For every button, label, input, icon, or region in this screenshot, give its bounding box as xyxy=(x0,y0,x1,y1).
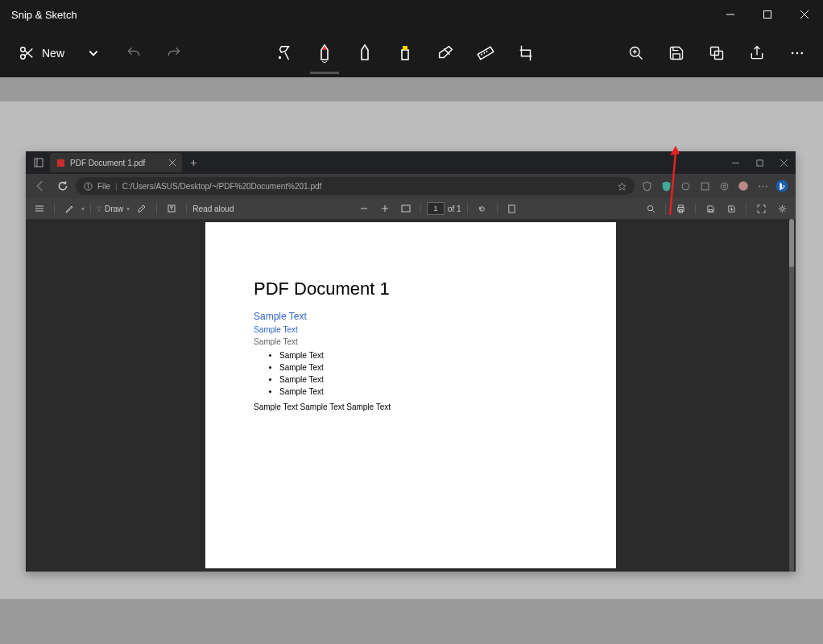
undo-button[interactable] xyxy=(116,35,151,71)
ballpoint-pen-button[interactable] xyxy=(307,35,342,71)
ext-collections-icon[interactable] xyxy=(696,177,713,195)
svg-rect-57 xyxy=(402,205,410,212)
main-toolbar: New xyxy=(0,29,823,77)
pdf-zoom-in-icon[interactable] xyxy=(376,200,394,217)
titlebar: Snip & Sketch xyxy=(0,0,823,29)
pdf-highlight-icon[interactable] xyxy=(60,200,78,217)
ext-shield-icon[interactable] xyxy=(638,177,656,195)
more-button[interactable] xyxy=(780,35,815,71)
tab-title: PDF Document 1.pdf xyxy=(70,159,145,167)
back-button[interactable] xyxy=(31,176,50,196)
ext-bing-icon[interactable] xyxy=(773,177,791,195)
svg-line-15 xyxy=(486,51,488,52)
scissors-icon xyxy=(18,44,35,62)
svg-point-23 xyxy=(792,52,794,55)
pencil-button[interactable] xyxy=(347,35,383,71)
svg-point-59 xyxy=(647,205,652,210)
svg-line-13 xyxy=(481,54,482,56)
pdf-print-icon[interactable] xyxy=(672,200,689,217)
doc-title: PDF Document 1 xyxy=(254,279,568,299)
new-snip-button[interactable]: New xyxy=(11,39,71,67)
pdf-fit-icon[interactable] xyxy=(397,200,415,217)
list-item: Sample Text xyxy=(279,374,568,386)
new-dropdown-button[interactable] xyxy=(76,35,111,71)
browser-close-icon[interactable] xyxy=(771,151,796,174)
ext-shield2-icon[interactable] xyxy=(657,177,675,195)
ext-sync-icon[interactable] xyxy=(715,177,733,195)
favorite-icon[interactable] xyxy=(618,182,627,191)
svg-point-37 xyxy=(88,184,89,184)
pdf-contents-icon[interactable] xyxy=(31,200,48,217)
app-title: Snip & Sketch xyxy=(11,9,77,21)
zoom-button[interactable] xyxy=(618,35,654,71)
pdf-text-icon[interactable] xyxy=(163,200,180,217)
pdf-zoom-out-icon[interactable] xyxy=(355,200,373,217)
browser-tab[interactable]: PDF Document 1.pdf xyxy=(50,153,182,172)
pdf-settings-icon[interactable] xyxy=(773,200,791,217)
close-button[interactable] xyxy=(786,0,823,29)
crop-button[interactable] xyxy=(508,35,544,71)
pdf-save-icon[interactable] xyxy=(701,200,719,217)
save-button[interactable] xyxy=(659,35,694,71)
pdf-page-total: of 1 xyxy=(448,204,461,213)
svg-point-41 xyxy=(721,183,728,190)
pdf-icon xyxy=(56,159,65,167)
redo-button[interactable] xyxy=(156,35,192,71)
svg-rect-1 xyxy=(764,11,771,19)
browser-tabbar: PDF Document 1.pdf + xyxy=(26,151,796,174)
eraser-button[interactable] xyxy=(428,35,463,71)
doc-heading4: Sample Text xyxy=(254,337,568,346)
ext-puzzle-icon[interactable] xyxy=(676,177,694,195)
info-icon xyxy=(84,182,93,191)
canvas-bottom-margin xyxy=(0,599,823,644)
doc-bullet-list: Sample Text Sample Text Sample Text Samp… xyxy=(254,349,568,398)
refresh-button[interactable] xyxy=(53,176,72,196)
pdf-erase-icon[interactable] xyxy=(133,200,151,217)
ruler-button[interactable] xyxy=(468,35,503,71)
svg-point-43 xyxy=(738,181,748,191)
scrollbar-thumb[interactable] xyxy=(789,219,794,267)
maximize-button[interactable] xyxy=(749,0,786,29)
pdf-pageview-icon[interactable] xyxy=(503,200,521,217)
svg-rect-9 xyxy=(402,50,408,60)
pdf-rotate-icon[interactable] xyxy=(474,200,491,217)
ext-profile-icon[interactable] xyxy=(734,177,752,195)
pdf-toolbar: ▾ ▽ Draw ▾ Read aloud 1 of 1 xyxy=(26,198,796,219)
ext-more-icon[interactable] xyxy=(754,177,771,195)
svg-line-60 xyxy=(652,210,655,213)
svg-point-44 xyxy=(759,185,760,187)
svg-point-66 xyxy=(780,207,784,210)
share-button[interactable] xyxy=(739,35,775,71)
tab-close-icon[interactable] xyxy=(169,159,176,166)
svg-point-45 xyxy=(762,185,763,187)
minimize-button[interactable] xyxy=(712,0,749,29)
browser-address-bar: File | C:/Users/ASUS/Desktop/~/PDF%20Doc… xyxy=(26,174,796,198)
url-input[interactable]: File | C:/Users/ASUS/Desktop/~/PDF%20Doc… xyxy=(76,177,635,195)
browser-minimize-icon[interactable] xyxy=(723,151,747,174)
touch-writing-button[interactable] xyxy=(267,35,302,71)
highlighter-button[interactable] xyxy=(387,35,423,71)
browser-maximize-icon[interactable] xyxy=(747,151,771,174)
tab-actions-icon[interactable] xyxy=(31,155,47,171)
svg-point-46 xyxy=(765,185,767,187)
pdf-saveas-icon[interactable] xyxy=(722,200,740,217)
svg-rect-28 xyxy=(57,159,64,166)
new-tab-button[interactable]: + xyxy=(185,155,201,171)
pdf-search-icon[interactable] xyxy=(642,200,660,217)
svg-point-24 xyxy=(796,52,799,55)
copy-button[interactable] xyxy=(699,35,734,71)
svg-point-25 xyxy=(801,52,804,55)
svg-line-14 xyxy=(483,52,485,54)
pdf-read-aloud-label[interactable]: Read aloud xyxy=(192,204,234,213)
pdf-canvas[interactable]: PDF Document 1 Sample Text Sample Text S… xyxy=(26,219,796,572)
captured-screenshot: PDF Document 1.pdf + xyxy=(26,151,796,572)
pdf-scrollbar[interactable] xyxy=(789,219,794,572)
pdf-page-input[interactable]: 1 xyxy=(427,202,445,215)
canvas-area: PDF Document 1.pdf + xyxy=(0,77,823,644)
pdf-fullscreen-icon[interactable] xyxy=(752,200,770,217)
svg-point-42 xyxy=(722,184,725,187)
list-item: Sample Text xyxy=(279,361,568,374)
doc-heading3: Sample Text xyxy=(254,325,568,334)
pdf-draw-label[interactable]: Draw xyxy=(105,204,123,213)
svg-line-11 xyxy=(444,49,449,55)
